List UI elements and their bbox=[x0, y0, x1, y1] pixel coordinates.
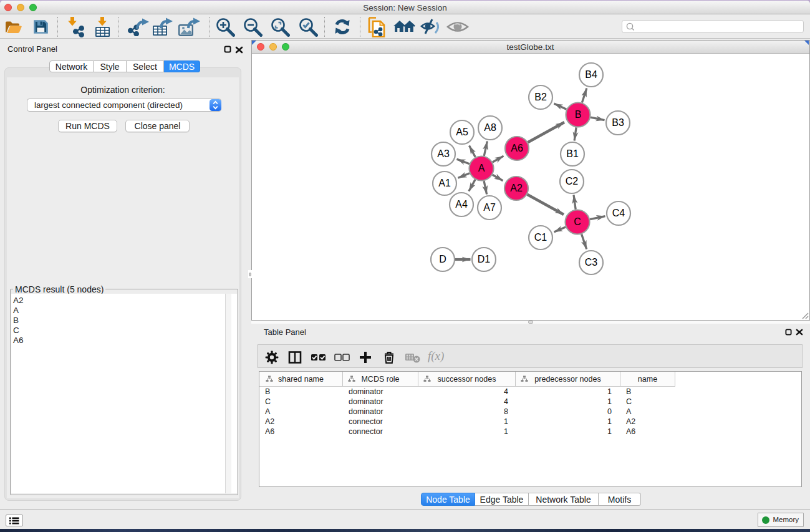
svg-text:A3: A3 bbox=[437, 148, 450, 159]
svg-text:A: A bbox=[478, 163, 485, 173]
svg-text:C: C bbox=[574, 216, 581, 227]
svg-text:C3: C3 bbox=[585, 257, 598, 268]
svg-text:A8: A8 bbox=[484, 122, 496, 133]
svg-text:A2: A2 bbox=[510, 183, 523, 193]
svg-text:C1: C1 bbox=[534, 232, 547, 243]
svg-text:A5: A5 bbox=[456, 127, 468, 137]
svg-text:A7: A7 bbox=[483, 202, 496, 213]
svg-text:D1: D1 bbox=[478, 254, 491, 264]
svg-text:C2: C2 bbox=[566, 176, 579, 186]
svg-text:B3: B3 bbox=[612, 117, 624, 128]
svg-text:A4: A4 bbox=[455, 199, 468, 210]
svg-text:A6: A6 bbox=[511, 143, 523, 153]
svg-text:B2: B2 bbox=[534, 92, 547, 102]
svg-text:B1: B1 bbox=[566, 148, 579, 159]
svg-text:A1: A1 bbox=[438, 178, 451, 188]
svg-text:C4: C4 bbox=[612, 208, 625, 218]
svg-text:B4: B4 bbox=[585, 69, 597, 80]
svg-text:D: D bbox=[439, 254, 446, 264]
svg-text:B: B bbox=[575, 109, 582, 120]
